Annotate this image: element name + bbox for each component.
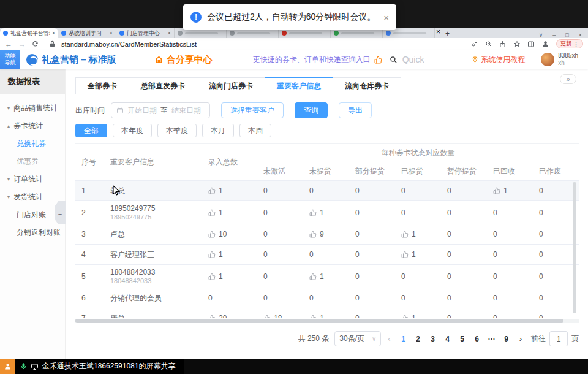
- tab-close-icon[interactable]: ×: [110, 30, 113, 36]
- url-text[interactable]: standard.maboy.cn/CardMemberStatisticsLi…: [61, 40, 197, 48]
- tab-close-icon[interactable]: ×: [436, 28, 440, 36]
- sidebar-item-label: 分销返利对账: [17, 227, 61, 238]
- tab-close-icon[interactable]: ×: [168, 30, 171, 36]
- page-number-button[interactable]: 4: [442, 331, 454, 346]
- content-tab[interactable]: 总部直发券卡: [129, 77, 197, 94]
- quick-filter-button[interactable]: 全部: [75, 124, 107, 137]
- table-row[interactable]: 1韩总10000010: [75, 181, 579, 201]
- table-row[interactable]: 5180488420331804884203310100000: [75, 265, 579, 288]
- cell-customer[interactable]: 1804884203318048842033: [104, 268, 202, 284]
- table-row[interactable]: 4客户经理张三10001000: [75, 245, 579, 265]
- page-number-button[interactable]: 3: [427, 331, 439, 346]
- cell-customer[interactable]: 客户经理张三: [104, 250, 202, 260]
- sidebar-item[interactable]: 优惠券: [0, 153, 65, 170]
- sidebar-item[interactable]: 分销返利对账: [0, 224, 65, 242]
- cell-customer[interactable]: 卢总: [104, 229, 202, 240]
- table-row[interactable]: 7唐总2018101000: [75, 308, 579, 318]
- zoom-icon[interactable]: [485, 40, 492, 48]
- cell-total[interactable]: 1: [202, 272, 257, 281]
- quick-filter-button[interactable]: 本月: [202, 124, 234, 137]
- sidebar-item[interactable]: ▾商品销售统计: [0, 99, 65, 117]
- bookmark-star-icon[interactable]: [513, 40, 521, 48]
- user-box[interactable]: 8385xh xh: [541, 52, 578, 67]
- select-customer-button[interactable]: 选择重要客户: [221, 102, 284, 118]
- cell-status[interactable]: 1: [303, 314, 349, 318]
- content-tab[interactable]: 流向门店券卡: [197, 77, 265, 94]
- cell-status: 0: [487, 314, 533, 318]
- date-range-input[interactable]: 开始日期 至 结束日期: [111, 102, 210, 118]
- cell-customer[interactable]: 1895024977518950249775: [104, 204, 202, 221]
- next-page-button[interactable]: ›: [518, 334, 523, 343]
- cell-total[interactable]: 10: [202, 230, 257, 239]
- prev-page-button[interactable]: ‹: [386, 334, 391, 343]
- maximize-button[interactable]: □: [565, 32, 568, 38]
- cell-status[interactable]: 1: [395, 314, 441, 318]
- cell-customer[interactable]: 分销代理的会员: [104, 293, 202, 303]
- quick-filter-button[interactable]: 本季度: [157, 124, 197, 137]
- sidebar-item[interactable]: ▾发货统计: [0, 188, 65, 206]
- cell-status: 0: [349, 208, 395, 217]
- cell-status[interactable]: 18: [257, 314, 303, 318]
- sidebar-item[interactable]: ▾订单统计: [0, 170, 65, 188]
- page-number-button[interactable]: 1: [398, 331, 410, 346]
- browser-tab[interactable]: 门店管理中心×: [116, 28, 175, 38]
- quick-search-label[interactable]: Quick: [402, 55, 424, 64]
- cell-status[interactable]: 9: [303, 230, 349, 239]
- browser-tab[interactable]: 系统培训学习×: [58, 28, 116, 38]
- cell-customer[interactable]: 唐总: [104, 313, 202, 319]
- content-tab[interactable]: 全部券卡: [75, 77, 129, 94]
- table-row[interactable]: 2189502497751895024977510100000: [75, 201, 579, 224]
- key-icon[interactable]: [471, 40, 478, 48]
- profile-icon[interactable]: [541, 40, 549, 48]
- search-icon[interactable]: [390, 56, 398, 64]
- query-button[interactable]: 查询: [295, 102, 328, 118]
- share-center-link[interactable]: 合分享中心: [154, 54, 213, 66]
- minimize-button[interactable]: –: [552, 32, 556, 38]
- cell-status[interactable]: 1: [303, 272, 349, 281]
- horizontal-scrollbar[interactable]: [75, 319, 579, 323]
- export-button[interactable]: 导出: [339, 102, 372, 118]
- cell-status[interactable]: 1: [395, 230, 441, 239]
- sidebar-collapse-handle[interactable]: ≡: [55, 201, 66, 224]
- quick-filter-button[interactable]: 本年度: [113, 124, 152, 137]
- quick-entry-link[interactable]: 更快捷的券卡、订单和快递查询入口: [253, 55, 371, 65]
- back-button[interactable]: ←: [5, 40, 12, 48]
- browser-tab[interactable]: 礼盒营销平台管理中心×: [0, 28, 58, 38]
- cell-total[interactable]: 1: [202, 186, 257, 195]
- quick-filter-button[interactable]: 本周: [239, 124, 271, 137]
- table-row[interactable]: 3卢总100901000: [75, 224, 579, 245]
- page-size-select[interactable]: 30条/页 ∨: [334, 331, 381, 346]
- goto-page-input[interactable]: [549, 331, 568, 346]
- cell-total[interactable]: 1: [202, 208, 257, 217]
- page-number-button[interactable]: 6: [471, 331, 483, 346]
- nav-toggle-button[interactable]: 功能导航: [0, 50, 20, 69]
- close-window-button[interactable]: ×: [579, 32, 582, 38]
- cell-total[interactable]: 20: [202, 314, 257, 318]
- cell-status[interactable]: 1: [487, 186, 533, 195]
- forward-button[interactable]: →: [18, 40, 26, 48]
- participant-icon[interactable]: [0, 359, 15, 374]
- close-icon[interactable]: ×: [383, 12, 389, 23]
- sidebar-item[interactable]: 兑换礼券: [0, 135, 65, 153]
- sidebar-item[interactable]: ▴券卡统计: [0, 117, 65, 135]
- expand-button[interactable]: »: [560, 74, 576, 84]
- content-tab[interactable]: 重要客户信息: [265, 77, 333, 94]
- tutorial-link[interactable]: 系统使用教程: [472, 55, 525, 65]
- update-button[interactable]: 更新 ⋮: [556, 39, 583, 48]
- split-screen-icon[interactable]: [527, 40, 535, 48]
- cell-status[interactable]: 1: [395, 250, 441, 259]
- page-number-button[interactable]: 5: [456, 331, 469, 346]
- browser-menu-chevron-icon[interactable]: ∨: [539, 32, 543, 38]
- cell-total[interactable]: 1: [202, 250, 257, 259]
- page-ellipsis[interactable]: ···: [486, 331, 498, 346]
- tab-close-icon[interactable]: ×: [52, 30, 55, 36]
- new-tab-button[interactable]: +: [445, 29, 450, 38]
- cell-status[interactable]: 1: [303, 208, 349, 217]
- vertical-scrollbar[interactable]: [573, 182, 576, 313]
- page-number-button[interactable]: 9: [500, 331, 513, 346]
- page-number-button[interactable]: 2: [412, 331, 424, 346]
- reload-icon[interactable]: [32, 40, 39, 47]
- content-tab[interactable]: 流向仓库券卡: [333, 77, 401, 94]
- share-icon[interactable]: [499, 40, 507, 48]
- table-row[interactable]: 6分销代理的会员00000000: [75, 288, 579, 308]
